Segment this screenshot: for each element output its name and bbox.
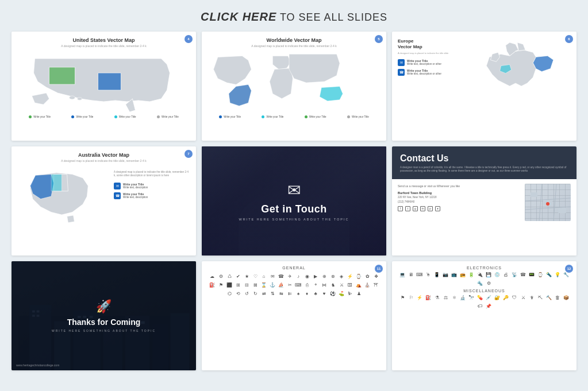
header-rest-text: TO SEE ALL SLIDES <box>276 11 387 23</box>
legend-3-label: Write your Title <box>119 115 136 118</box>
icon-sym: 🔬 <box>459 294 466 301</box>
slide-world-map[interactable]: 5 Worldwide Vector Map A designed map is… <box>202 32 386 141</box>
world-legend-3-label: Write your Title <box>309 115 326 118</box>
electronics-title: ELECTRONICS <box>398 266 571 270</box>
icon-sym: ⇆ <box>278 290 285 297</box>
icon-sym: ⛷ <box>347 290 353 297</box>
slide-icons-electronics[interactable]: 12 ELECTRONICS 💻 🖥 ⌨ 🖱 📱 📷 📺 📻 🔋 🔌 💾 💿 🖨… <box>392 261 577 370</box>
icon-sym: ♟ <box>355 290 362 297</box>
icon-sym: ⌚ <box>537 271 544 278</box>
icon-sym: ⚔ <box>338 281 345 288</box>
slide-europe-map[interactable]: 6 EuropeVector Map A designed map is pla… <box>392 32 577 141</box>
icon-sym: ⌛ <box>260 281 267 288</box>
aus-info: A designed map is placed to indicate the… <box>114 165 189 228</box>
icon-sym: ⋈ <box>321 281 328 288</box>
slide-get-in-touch[interactable]: ✉ Get in Touch WRITE HERE SOMETHING ABOU… <box>202 146 386 255</box>
legend-4-label: Write your Title <box>162 115 179 118</box>
icon-sym: ⚑ <box>217 281 224 288</box>
social-twitter[interactable]: t <box>405 206 410 211</box>
legend-2: Write your Title <box>71 115 93 118</box>
icon-sym: 🔐 <box>494 294 501 301</box>
dot-green <box>29 115 32 118</box>
legend-1-label: Write your Title <box>33 115 51 118</box>
contact-header: Contact Us A designer man is a pencil of… <box>392 146 577 179</box>
legend-2-label: Write your Title <box>76 115 93 118</box>
contact-description: A designer man is a pencil of cobolds; i… <box>400 166 568 173</box>
icon-sym: ⚓ <box>269 281 276 288</box>
icon-sym: ↺ <box>243 290 250 297</box>
world-legend-3: Write your Title <box>305 115 326 118</box>
social-gplus[interactable]: g <box>413 206 418 211</box>
icon-sym: ⌖ <box>312 281 319 288</box>
slide-thanks[interactable]: 🚀 Thanks for Coming WRITE HERE SOMETHING… <box>11 261 196 370</box>
svg-point-9 <box>546 202 549 206</box>
icon-sym: 💊 <box>476 294 483 301</box>
icon-sym: ⊞ <box>235 281 241 288</box>
aus-map-svg <box>18 165 110 228</box>
slides-grid: 4 United States Vector Map A designed ma… <box>11 32 577 370</box>
icon-sym: 🖨 <box>502 271 509 278</box>
europe-map-area <box>478 37 571 135</box>
icon-sym: 📌 <box>485 303 492 309</box>
icon-sym: ↻ <box>252 290 259 297</box>
icon-sym: ♞ <box>329 281 336 288</box>
icon-sym: 💾 <box>485 271 492 278</box>
icon-sym: ⛪ <box>364 281 371 288</box>
icon-sym: ⌨ <box>416 271 423 278</box>
slide-us-map[interactable]: 4 United States Vector Map A designed ma… <box>11 32 196 141</box>
social-other[interactable]: ♦ <box>435 206 440 211</box>
envelope-icon: ✉ <box>287 181 301 200</box>
icon-sym: ⚖ <box>442 294 449 301</box>
icon-sym: 💡 <box>554 271 561 278</box>
social-facebook[interactable]: f <box>398 206 403 211</box>
slide-icons-general[interactable]: 11 GENERAL ☁ ⚙ ♺ ✔ ★ ♡ ⌂ ✉ ☎ ✈ ♪ ◉ ▶ ⊕ ⊗… <box>202 261 386 370</box>
rocket-icon: 🚀 <box>96 299 112 314</box>
icon-sym: 💻 <box>399 271 406 278</box>
aus-text-1: Write your Title Write text, description <box>123 183 148 189</box>
map-roads-svg <box>525 184 571 221</box>
icons-general-title: GENERAL <box>207 266 381 270</box>
world-legend-row: Write your Title Write your Title Write … <box>209 115 379 118</box>
aus-icon-1: ✉ <box>114 183 121 189</box>
thanks-url: www.heritagechristiancollege.com <box>16 363 59 367</box>
badge-9: 12 <box>565 265 573 273</box>
icon-sym: ⌬ <box>226 290 233 297</box>
social-icons-row: f t g in p ♦ <box>398 206 520 211</box>
aus-icon-2: ☎ <box>114 192 121 199</box>
badge-1: 4 <box>185 35 193 43</box>
icon-sym: 🗑 <box>554 294 561 301</box>
icon-sym: ⚐ <box>408 294 414 301</box>
click-here-text[interactable]: CLICK HERE <box>201 10 276 23</box>
world-legend-2-label: Write your Title <box>266 115 283 118</box>
world-legend-4-label: Write your Title <box>352 115 369 118</box>
social-pinterest[interactable]: p <box>428 206 433 211</box>
svg-rect-7 <box>531 192 537 197</box>
icon-sym: ⚗ <box>433 294 440 301</box>
icon-sym: ⛺ <box>355 281 362 288</box>
icon-sym: ⚔ <box>520 294 526 301</box>
slide-2-subtitle: A designed map is placed to indicate the… <box>209 44 379 48</box>
electronics-icons-grid: 💻 🖥 ⌨ 🖱 📱 📷 📺 📻 🔋 🔌 💾 💿 🖨 📡 ☎ 📟 ⌚ 🔦 💡 <box>398 271 571 287</box>
icon-sym: 📡 <box>511 271 518 278</box>
icon-sym: 🖥 <box>408 271 414 278</box>
world-legend-2: Write your Title <box>262 115 283 118</box>
icon-sym: ☎ <box>520 271 526 278</box>
icon-sym: ⛽ <box>209 281 216 288</box>
dot-gray <box>157 115 160 118</box>
slide-aus-map[interactable]: 7 Australia Vector Map A designed map is… <box>11 146 196 255</box>
send-message-label: Send us a message or visit us Wherever y… <box>398 184 520 188</box>
icon-sym: ♥ <box>321 290 328 297</box>
slide-contact-us[interactable]: Contact Us A designer man is a pencil of… <box>392 146 577 255</box>
svg-rect-8 <box>558 208 566 213</box>
icon-sym: ⚡ <box>347 273 353 280</box>
icon-sym: ⛽ <box>425 294 432 301</box>
icon-sym: ⇄ <box>260 290 267 297</box>
icon-sym: ✿ <box>364 273 371 280</box>
icon-sym: 🔑 <box>502 294 509 301</box>
social-linkedin[interactable]: in <box>420 206 425 211</box>
icon-sym: ♣ <box>312 290 319 297</box>
icon-sym: ♪ <box>295 273 302 280</box>
icon-sym: ✂ <box>286 281 293 288</box>
icon-sym: ⌨ <box>295 281 302 288</box>
icon-sym: ⛩ <box>372 281 379 288</box>
